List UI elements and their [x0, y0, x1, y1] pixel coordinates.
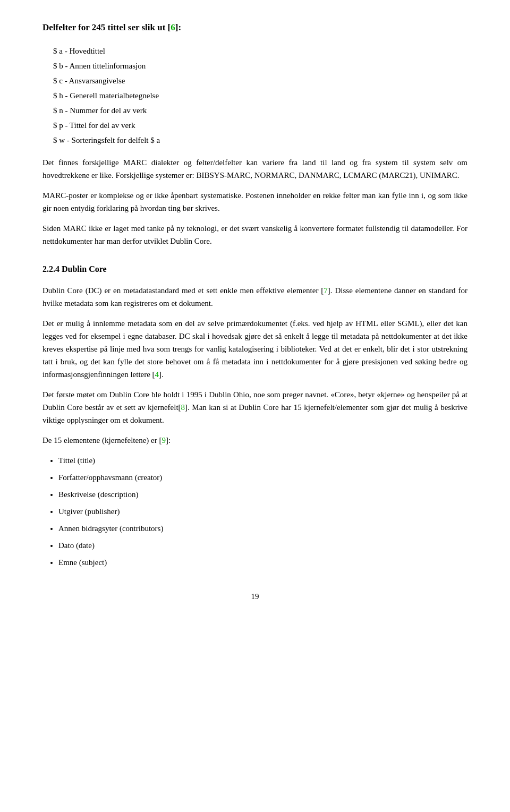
list-item-description: Beskrivelse (description) [58, 488, 468, 501]
ref-link-6[interactable]: 6 [171, 22, 175, 32]
dc-elements-list: Tittel (title) Forfatter/opphavsmann (cr… [58, 454, 468, 569]
paragraph-marc-complex: MARC-poster er komplekse og er ikke åpen… [42, 189, 468, 215]
page-content: Delfelter for 245 tittel ser slik ut [6]… [42, 21, 468, 603]
paragraph-dc-intro: Dublin Core (DC) er en metadatastandard … [42, 284, 468, 310]
list-item-subject: Emne (subject) [58, 556, 468, 569]
field-item-a: $ a - Hovedtittel [53, 45, 468, 57]
paragraph-dc-metadata: Det er mulig å innlemme metadata som en … [42, 317, 468, 381]
section-heading-dublin-core: 2.2.4 Dublin Core [42, 262, 468, 276]
paragraph-marc-technology: Siden MARC ikke er laget med tanke på ny… [42, 222, 468, 247]
field-item-b: $ b - Annen tittelinformasjon [53, 59, 468, 72]
field-item-w: $ w - Sorteringsfelt for delfelt $ a [53, 134, 468, 147]
list-item-creator: Forfatter/opphavsmann (creator) [58, 471, 468, 484]
ref-link-4[interactable]: 4 [155, 370, 159, 379]
ref-link-8[interactable]: 8 [181, 403, 185, 412]
list-item-title: Tittel (title) [58, 454, 468, 467]
field-item-p: $ p - Tittel for del av verk [53, 119, 468, 132]
section-title-text: Dublin Core [62, 264, 107, 273]
list-item-contributors: Annen bidragsyter (contributors) [58, 522, 468, 535]
paragraph-dc-elements-intro: De 15 elementene (kjernefeltene) er [9]: [42, 434, 468, 447]
paragraph-dc-history: Det første møtet om Dublin Core ble hold… [42, 388, 468, 426]
page-number: 19 [42, 590, 468, 603]
ref-link-9[interactable]: 9 [162, 436, 166, 445]
field-list: $ a - Hovedtittel $ b - Annen tittelinfo… [53, 45, 468, 147]
field-item-c: $ c - Ansvarsangivelse [53, 74, 468, 87]
list-item-date: Dato (date) [58, 539, 468, 552]
section-number: 2.2.4 [42, 264, 60, 273]
list-item-publisher: Utgiver (publisher) [58, 505, 468, 518]
ref-link-7[interactable]: 7 [324, 286, 328, 295]
field-item-h: $ h - Generell materialbetegnelse [53, 89, 468, 102]
main-title: Delfelter for 245 tittel ser slik ut [6]… [42, 21, 468, 34]
field-item-n: $ n - Nummer for del av verk [53, 104, 468, 117]
paragraph-marc-dialects: Det finnes forskjellige MARC dialekter o… [42, 156, 468, 182]
